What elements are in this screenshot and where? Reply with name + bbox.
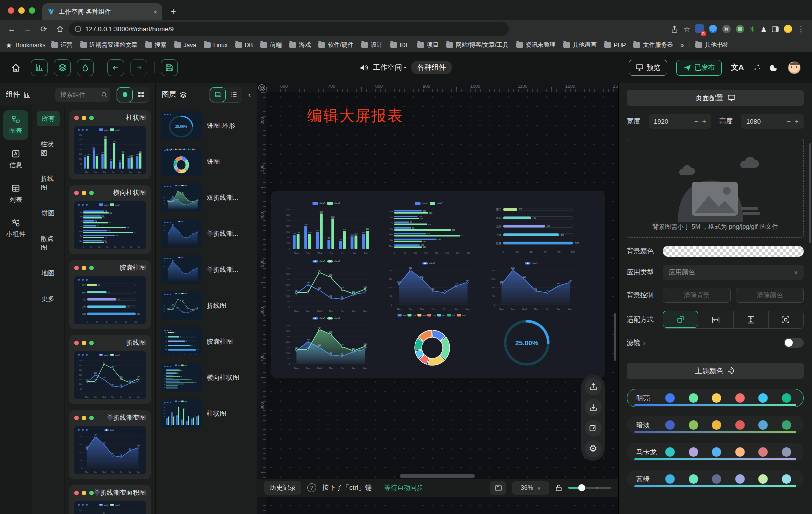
forward-icon[interactable]: →	[21, 22, 35, 36]
layer-thumbnail[interactable]: 050100150200MonTueWedThuFriSatSun1202001…	[161, 219, 202, 248]
component-card-preview[interactable]: 050100150200250300350Mon120130Tue200130W…	[74, 126, 146, 174]
canvas-chart-dual-gradient[interactable]: 050100150200250300350MonTueWedThuFriSatS…	[280, 314, 375, 370]
theme-color-dot[interactable]	[736, 447, 745, 457]
layer-thumbnail[interactable]: 25.00%	[161, 111, 202, 140]
bookmark-item[interactable]: 其他语言	[562, 40, 599, 50]
bookmarks-label[interactable]: Bookmarks	[16, 42, 46, 49]
extension-green-icon[interactable]	[736, 25, 744, 33]
magic-wand-icon[interactable]	[753, 63, 762, 72]
home-icon[interactable]	[53, 22, 67, 36]
theme-row-暗淡[interactable]: 暗淡	[627, 416, 804, 434]
profile-avatar[interactable]	[784, 25, 792, 33]
preview-button[interactable]: 预览	[629, 60, 668, 76]
theme-color-dot[interactable]	[758, 447, 768, 457]
filter-tool-button[interactable]	[77, 59, 94, 76]
component-card-preview[interactable]: 050100150200250300350Sun130160Sat110117F…	[74, 201, 146, 249]
browser-tab[interactable]: 工作空间-各种组件 ×	[42, 3, 162, 20]
sidebar-item-4[interactable]: 小组件	[4, 214, 28, 243]
site-info-icon[interactable]: i	[75, 26, 82, 32]
canvas-chart-horizontal-bar[interactable]: 050100150200250300350Sun130160Sat110117F…	[382, 199, 478, 255]
category-item[interactable]: 柱状图	[36, 137, 60, 161]
thumbnail-view-button[interactable]	[210, 87, 226, 102]
bookmark-other[interactable]: 其他书签	[694, 40, 731, 50]
maximize-window-button[interactable]	[29, 7, 36, 14]
language-icon[interactable]: 文A	[731, 63, 744, 72]
component-card-preview[interactable]: 厦门20南阳40北京60上海80新疆100020406080100	[74, 276, 146, 324]
theme-row-马卡龙[interactable]: 马卡龙	[627, 443, 804, 461]
theme-row-蓝绿[interactable]: 蓝绿	[627, 470, 804, 488]
canvas-chart-capsule[interactable]: 厦门20南阳40北京60上海80新疆100020406080100	[485, 199, 588, 255]
layer-item[interactable]: 25.00%饼图-环形	[161, 111, 252, 140]
bookmark-item[interactable]: 搜索	[144, 40, 169, 50]
help-icon[interactable]: ?	[308, 483, 316, 492]
filter-expand-icon[interactable]: ›	[644, 339, 646, 347]
theme-color-dot[interactable]	[758, 420, 768, 430]
bookmark-item[interactable]: 资讯未整理	[514, 40, 558, 50]
close-window-button[interactable]	[8, 7, 14, 14]
bookmark-item[interactable]: 文件服务器	[632, 40, 675, 50]
editor-canvas[interactable]: 6007008009001000110012001300 20030040050…	[258, 83, 618, 514]
layer-item[interactable]: MonTueWedThuFriSatSun饼图	[161, 147, 252, 176]
extension-lamp-icon[interactable]	[709, 25, 718, 33]
component-card[interactable]: 柱状图050100150200250300350Mon120130Tue2001…	[70, 110, 151, 179]
bookmark-item[interactable]: 近期需要读的文章	[78, 40, 140, 50]
publish-button[interactable]: 已发布	[676, 60, 722, 76]
theme-color-dot[interactable]	[782, 474, 792, 484]
theme-row-明亮[interactable]: 明亮	[627, 389, 804, 407]
zoom-slider[interactable]	[568, 484, 612, 491]
single-column-view-button[interactable]	[117, 87, 133, 102]
theme-color-dot[interactable]	[712, 393, 722, 403]
url-bar[interactable]: i 127.0.0.1:3000/#/chart/home/9	[69, 22, 509, 36]
bookmark-item[interactable]: 网站/博客/文章/工具	[444, 40, 511, 50]
config-panel-scrollbar[interactable]	[809, 143, 812, 243]
settings-gear-icon[interactable]: ⚙	[585, 440, 602, 457]
share-icon[interactable]	[671, 25, 678, 33]
sidebar-icon[interactable]	[772, 26, 779, 33]
bookmark-item[interactable]: 项目	[416, 40, 441, 50]
window-controls[interactable]	[0, 0, 42, 20]
width-decrement[interactable]: −	[694, 117, 698, 125]
undo-button[interactable]	[108, 59, 124, 76]
collapse-panel-icon[interactable]: ‹	[248, 90, 251, 99]
component-card[interactable]: 横向柱状图050100150200250300350Sun130160Sat11…	[70, 185, 151, 254]
extensions-puzzle-icon[interactable]: ♟	[760, 25, 767, 33]
zoom-slider-knob[interactable]	[578, 484, 586, 491]
layer-item[interactable]: 050100150200MonTueWedThuFriSatSun1202001…	[161, 255, 252, 284]
theme-color-dot[interactable]	[736, 420, 745, 430]
theme-color-dot[interactable]	[782, 393, 792, 403]
fit-height-button[interactable]	[734, 311, 769, 328]
component-card[interactable]: 单折线渐变图050100150200MonTueWedThuFriSatSun1…	[70, 410, 151, 479]
component-card-preview[interactable]: 050100150200MonTueWedThuFriSatSun1202001…	[74, 426, 146, 474]
category-item[interactable]: 折线图	[36, 171, 60, 195]
layer-thumbnail[interactable]: MonTueWedThuFriSatSun	[161, 147, 202, 176]
bookmark-item[interactable]: Linux	[202, 41, 230, 50]
height-decrement[interactable]: −	[787, 117, 791, 125]
theme-color-dot[interactable]	[666, 474, 675, 484]
save-button[interactable]	[161, 59, 178, 76]
minimize-window-button[interactable]	[18, 7, 25, 14]
layer-thumbnail[interactable]: 厦门20南阳40北京60上海80新疆100020406080100	[161, 327, 202, 356]
category-item[interactable]: 散点图	[36, 231, 60, 255]
theme-color-dot[interactable]	[666, 393, 675, 403]
background-upload-area[interactable]: 背景图需小于 5M ，格式为 png/jpg/gif 的文件	[627, 139, 804, 238]
width-input[interactable]: 1920 − +	[649, 114, 712, 129]
theme-color-dot[interactable]	[736, 474, 745, 484]
bookmark-star-icon[interactable]: ☆	[684, 25, 690, 34]
lock-icon[interactable]	[556, 484, 562, 492]
list-view-button[interactable]	[226, 87, 242, 102]
layer-thumbnail[interactable]: 050100150200250300350MonTueWedThuFriSatS…	[161, 291, 202, 320]
bookmark-item[interactable]: 软件/硬件	[316, 40, 356, 50]
tab-close-icon[interactable]: ×	[154, 8, 158, 16]
layer-item[interactable]: 厦门20南阳40北京60上海80新疆100020406080100胶囊柱图	[161, 327, 252, 356]
dashboard-panel[interactable]: 050100150200250300350Mon120130Tue200130W…	[272, 191, 605, 378]
app-home-icon[interactable]	[11, 63, 21, 73]
bookmark-item[interactable]: PHP	[602, 41, 628, 50]
category-item[interactable]: 更多	[37, 291, 60, 306]
theme-color-dot[interactable]	[736, 393, 745, 403]
category-item[interactable]: 饼图	[37, 206, 60, 221]
bookmark-item[interactable]: 设计	[360, 40, 385, 50]
clear-color-button[interactable]: 清除颜色	[736, 288, 804, 303]
component-card-preview[interactable]: 050100150200250300350MonTueWedThuFriSatS…	[74, 351, 146, 399]
theme-color-dot[interactable]	[689, 447, 698, 457]
theme-color-dot[interactable]	[689, 420, 698, 430]
